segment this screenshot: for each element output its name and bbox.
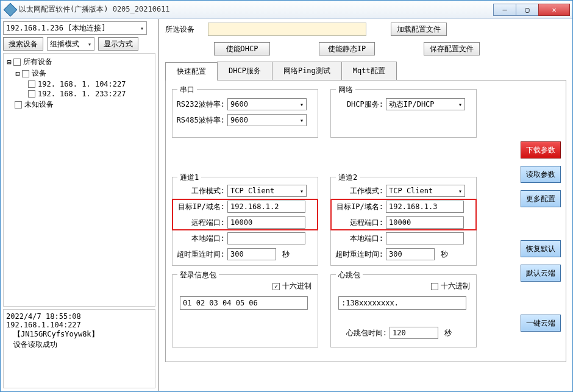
- tab-bar: 快速配置 DHCP服务 网络Ping测试 Mqtt配置: [165, 62, 566, 80]
- log-line: 设备读取成功: [6, 340, 152, 350]
- download-params-button[interactable]: 下载参数: [521, 141, 561, 159]
- login-packet-input[interactable]: [180, 296, 308, 310]
- checkbox[interactable]: [28, 90, 35, 98]
- tree-collapse-icon[interactable]: ⊟: [6, 58, 12, 66]
- device-select-combo[interactable]: 192.168.1.236 [本地连接]: [3, 21, 147, 35]
- group-serial-title: 串口: [177, 85, 197, 95]
- checkbox[interactable]: [13, 59, 21, 66]
- tree-device-item[interactable]: 192. 168. 1. 233:227: [6, 89, 152, 99]
- tree-unknown-node[interactable]: 未知设备: [6, 99, 152, 110]
- save-config-button[interactable]: 保存配置文件: [424, 42, 480, 55]
- device-tree[interactable]: ⊟所有设备 ⊟设备 192. 168. 1. 104:227 192. 168.…: [3, 53, 155, 307]
- checkbox[interactable]: [22, 70, 29, 77]
- tree-collapse-icon[interactable]: ⊟: [15, 69, 21, 78]
- tree-devices-node[interactable]: ⊟设备: [6, 68, 152, 79]
- default-cloud-button[interactable]: 默认云端: [521, 265, 561, 282]
- ch2-local-port-input[interactable]: [386, 232, 464, 244]
- search-devices-button[interactable]: 搜索设备: [3, 37, 43, 51]
- ch1-mode-combo[interactable]: TCP Client: [227, 185, 307, 197]
- group-network-title: 网络: [336, 85, 355, 95]
- window-title: 以太网配置软件(广播版本) 0205_20210611: [19, 4, 494, 15]
- log-line: 2022/4/7 18:55:08: [6, 312, 152, 321]
- more-config-button[interactable]: 更多配置: [521, 190, 561, 207]
- right-pane: 所选设备 加载配置文件 使能DHCP 使能静态IP 保存配置文件 快速配置 DH…: [159, 19, 572, 391]
- ch2-remote-port-input[interactable]: [386, 216, 464, 229]
- ch1-target-ip-input[interactable]: [227, 201, 305, 213]
- enable-static-ip-button[interactable]: 使能静态IP: [319, 42, 375, 55]
- config-panel: 串口 RS232波特率: 9600 RS485波特率: 9600 网络 DHCP…: [165, 80, 566, 362]
- tab-mqtt-config[interactable]: Mqtt配置: [341, 62, 397, 80]
- checkbox[interactable]: [15, 101, 22, 109]
- ch2-mode-combo[interactable]: TCP Client: [386, 185, 465, 197]
- ch1-retry-input[interactable]: [227, 248, 276, 260]
- group-serial: 串口 RS232波特率: 9600 RS485波特率: 9600: [172, 89, 318, 138]
- left-pane: 192.168.1.236 [本地连接] 搜索设备 组播模式 显示方式 ⊟所有设…: [1, 19, 159, 391]
- group-login-title: 登录信息包: [177, 270, 219, 280]
- log-panel: 2022/4/7 18:55:08 192.168.1.104:227 【JN1…: [3, 309, 155, 388]
- group-network: 网络 DHCP服务: 动态IP/DHCP: [330, 89, 477, 138]
- ch2-retry-input[interactable]: [386, 248, 435, 260]
- checkbox[interactable]: [28, 80, 35, 88]
- rs485-baud-combo[interactable]: 9600: [227, 114, 307, 126]
- load-config-button[interactable]: 加载配置文件: [391, 23, 447, 36]
- ch1-local-port-input[interactable]: [227, 232, 305, 244]
- tab-dhcp-service[interactable]: DHCP服务: [217, 62, 272, 80]
- tab-ping-test[interactable]: 网络Ping测试: [272, 62, 342, 80]
- group-channel2: 通道2 工作模式: TCP Client 目标IP/域名: 远程端口: 本地端口…: [330, 177, 477, 266]
- heartbeat-time-input[interactable]: [390, 327, 438, 339]
- read-params-button[interactable]: 读取参数: [521, 166, 561, 183]
- ch1-remote-port-input[interactable]: [227, 216, 305, 229]
- enable-dhcp-button[interactable]: 使能DHCP: [214, 42, 270, 55]
- side-buttons: 下载参数 读取参数 更多配置 恢复默认 默认云端 一键云端: [521, 141, 561, 332]
- rs232-baud-combo[interactable]: 9600: [227, 98, 307, 110]
- close-button[interactable]: ✕: [538, 4, 570, 16]
- restore-default-button[interactable]: 恢复默认: [521, 240, 561, 257]
- titlebar: 以太网配置软件(广播版本) 0205_20210611 — ▢ ✕: [1, 1, 572, 19]
- heartbeat-hex-checkbox[interactable]: [431, 283, 438, 290]
- heartbeat-packet-input[interactable]: [338, 296, 466, 310]
- login-hex-checkbox[interactable]: ✓: [272, 283, 280, 290]
- group-heartbeat-title: 心跳包: [336, 270, 363, 280]
- group-login-packet: 登录信息包 ✓ 十六进制: [172, 274, 318, 347]
- group-ch1-title: 通道1: [177, 173, 201, 183]
- log-line: 192.168.1.104:227: [6, 321, 152, 329]
- display-mode-button[interactable]: 显示方式: [98, 37, 138, 51]
- tree-device-item[interactable]: 192. 168. 1. 104:227: [6, 79, 152, 89]
- dhcp-service-combo[interactable]: 动态IP/DHCP: [386, 98, 465, 110]
- selected-device-field[interactable]: [208, 23, 366, 36]
- group-channel1: 通道1 工作模式: TCP Client 目标IP/域名: 远程端口: 本地端口…: [172, 177, 318, 266]
- app-window: 以太网配置软件(广播版本) 0205_20210611 — ▢ ✕ 192.16…: [0, 0, 573, 392]
- tree-all-devices[interactable]: ⊟所有设备: [6, 56, 152, 68]
- app-icon: [4, 2, 18, 16]
- group-heartbeat: 心跳包 十六进制 心跳包时间: 秒: [330, 274, 477, 347]
- group-ch2-title: 通道2: [336, 173, 360, 183]
- one-click-cloud-button[interactable]: 一键云端: [521, 315, 561, 332]
- ch2-target-ip-input[interactable]: [386, 201, 464, 213]
- maximize-button[interactable]: ▢: [516, 4, 539, 16]
- selected-device-label: 所选设备: [165, 24, 202, 35]
- log-line: 【JN15GRCyfsYoyw8k】: [6, 329, 152, 340]
- tab-quick-config[interactable]: 快速配置: [165, 62, 218, 80]
- minimize-button[interactable]: —: [493, 4, 516, 16]
- mode-combo[interactable]: 组播模式: [47, 37, 94, 51]
